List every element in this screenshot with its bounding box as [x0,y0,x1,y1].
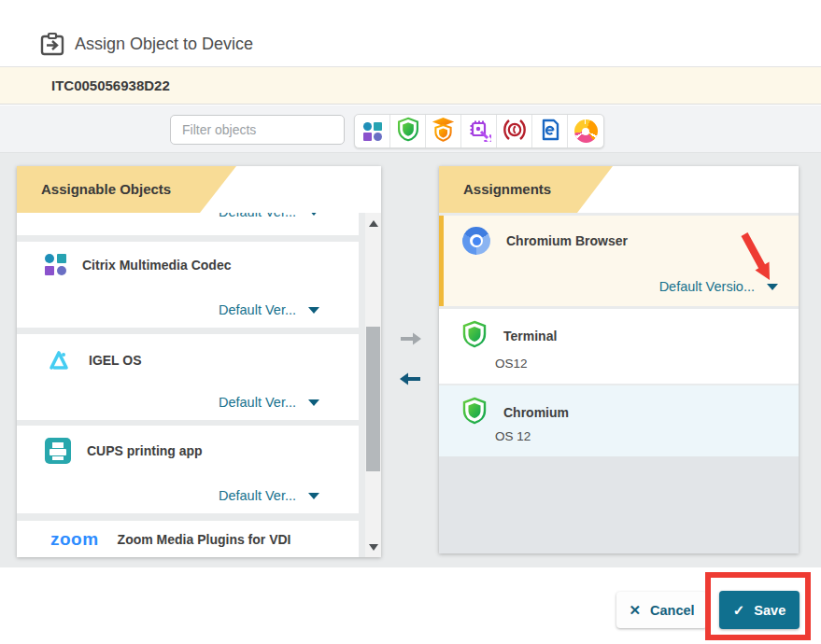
assignment-item-chromium-browser[interactable]: Chromium Browser Default Versio... [439,216,799,306]
save-button-label: Save [754,603,786,618]
object-name: Zoom Media Plugins for VDI [118,532,291,547]
list-item-clipped[interactable]: Default Ver... [17,213,359,235]
dialog-title: Assign Object to Device [75,35,253,54]
version-dropdown-label[interactable]: Default Versio... [659,279,755,294]
chevron-down-icon[interactable] [308,399,319,406]
assignments-title: Assignments [463,166,551,213]
object-name: IGEL OS [89,353,142,368]
assignable-objects-header: Assignable Objects [17,166,381,213]
vertical-scrollbar[interactable] [365,213,381,557]
scroll-down-button[interactable] [365,539,381,555]
igel-os-icon [45,346,73,374]
unassign-left-arrow-button[interactable] [396,370,424,390]
assignment-item-chromium[interactable]: Chromium OS 12 [439,385,799,456]
save-button[interactable]: ✓ Save [719,591,800,629]
assign-object-dialog: Assign Object to Device ITC005056938D22 [0,0,821,644]
object-name: Chromium [503,405,569,420]
scrollbar-thumb[interactable] [366,327,380,471]
segmented-circle-icon [574,119,598,143]
filter-toolbar [0,105,821,153]
chevron-down-icon[interactable] [767,284,778,290]
version-dropdown-label[interactable]: Default Ver... [219,213,296,219]
cancel-button-label: Cancel [650,603,695,618]
assignable-objects-list: Default Ver... Citrix Multimedia Codec D… [17,213,381,557]
assignments-header: Assignments [439,166,799,213]
version-dropdown-label[interactable]: Default Ver... [219,302,296,317]
object-os-version: OS12 [495,357,528,371]
master-profiles-filter-button[interactable] [426,115,461,147]
profiles-filter-button[interactable] [390,115,426,147]
file-document-icon [538,118,562,146]
assignments-panel: Assignments Chromium Browser Default Ver… [439,166,799,553]
firmwares-filter-button[interactable] [568,115,603,147]
version-dropdown-label[interactable]: Default Ver... [219,488,296,503]
cups-printer-icon [45,438,71,464]
chevron-down-icon[interactable] [308,213,319,216]
device-id: ITC005056938D22 [51,67,170,104]
master-profile-shield-icon [431,117,456,146]
object-name: Citrix Multimedia Codec [82,258,231,273]
empty-list-area [439,456,799,553]
template-keys-filter-button[interactable] [497,115,532,147]
object-name: Terminal [503,329,557,343]
checkmark-icon: ✓ [733,602,745,619]
object-os-version: OS 12 [495,429,531,443]
triangle-up-icon [369,220,378,227]
version-dropdown-label[interactable]: Default Ver... [219,395,296,410]
list-item-igel-os[interactable]: IGEL OS Default Ver... [17,334,359,420]
assignment-item-terminal[interactable]: Terminal OS12 [439,309,799,384]
assign-right-arrow-button[interactable] [397,329,425,350]
chevron-down-icon[interactable] [308,493,319,499]
list-item-cups-printing-app[interactable]: CUPS printing app Default Ver... [17,426,359,513]
profile-shield-icon [461,397,488,428]
filter-objects-input[interactable] [170,115,345,145]
list-item-citrix-multimedia-codec[interactable]: Citrix Multimedia Codec Default Ver... [17,242,359,328]
apps-icon [363,122,382,141]
profile-shield-icon [396,117,420,146]
list-item-zoom-media-plugins[interactable]: zoom Zoom Media Plugins for VDI [17,521,359,557]
device-bar: ITC005056938D22 [0,66,821,105]
firmware-customization-chip-icon [467,118,491,146]
chevron-down-icon[interactable] [308,307,319,314]
arrow-left-icon [397,370,423,388]
object-name: CUPS printing app [87,443,203,458]
triangle-down-icon [369,544,378,551]
close-icon: ✕ [629,602,641,619]
files-filter-button[interactable] [532,115,568,147]
zoom-logo: zoom [50,529,99,550]
assign-object-icon [37,30,67,63]
firmware-customizations-filter-button[interactable] [461,115,497,147]
cancel-button[interactable]: ✕ Cancel [616,592,707,628]
object-name: Chromium Browser [506,233,628,248]
dialog-header: Assign Object to Device [0,0,821,66]
apps-filter-button[interactable] [355,115,390,147]
assignable-objects-title: Assignable Objects [41,166,171,213]
profile-shield-icon [461,320,488,352]
citrix-apps-icon [45,254,66,275]
scroll-up-button[interactable] [365,215,381,231]
chromium-browser-icon [462,227,490,255]
arrow-right-icon [398,329,424,348]
assignable-objects-panel: Assignable Objects Default Ver... Citrix… [17,166,381,557]
assignments-list: Chromium Browser Default Versio... [439,213,799,553]
template-key-icon [503,118,527,146]
object-type-filter-group [354,114,604,148]
